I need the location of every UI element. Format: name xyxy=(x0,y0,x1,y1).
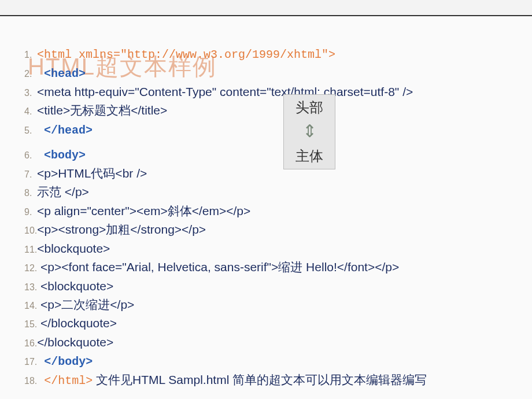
code-token: <p>二次缩进</p> xyxy=(37,298,134,311)
code-token: <p><font face="Arial, Helvetica, sans-se… xyxy=(37,260,399,274)
code-token: </head> xyxy=(37,124,93,137)
code-token: 文件见HTML Sampl.html 简单的超文本可以用文本编辑器编写 xyxy=(93,373,427,386)
code-line: 10.<p><strong>加粗</strong></p> xyxy=(24,221,508,238)
line-number: 18. xyxy=(24,374,37,387)
code-token: <body> xyxy=(37,149,86,162)
code-token: <head> xyxy=(37,67,86,80)
line-number: 14. xyxy=(24,299,37,312)
code-token: 示范 </p> xyxy=(37,185,89,198)
line-number: 3. xyxy=(24,86,37,99)
code-line: 4.<title>无标题文档</title> xyxy=(24,102,508,119)
code-token: <html xmlns="http://www.w3.org/1999/xhtm… xyxy=(37,48,335,61)
code-line: 9.<p align="center"><em>斜体</em></p> xyxy=(24,202,508,220)
line-number: 7. xyxy=(24,168,37,181)
code-line: 18. </html> 文件见HTML Sampl.html 简单的超文本可以用… xyxy=(24,371,508,389)
code-line: 5. </head> xyxy=(24,121,508,139)
code-token: </body> xyxy=(37,355,93,368)
line-number: 9. xyxy=(24,205,37,219)
code-line: 6. <body> xyxy=(24,146,508,164)
line-number: 8. xyxy=(24,186,37,200)
code-token: <blockquote> xyxy=(37,279,113,293)
code-line: 16.</blockquote> xyxy=(24,334,508,351)
code-line: 12. <p><font face="Arial, Helvetica, san… xyxy=(24,258,508,276)
line-number: 15. xyxy=(24,317,37,331)
code-token: </blockquote> xyxy=(37,316,117,330)
code-line: 17. </body> xyxy=(24,352,508,370)
code-line: 2. <head> xyxy=(24,64,508,82)
line-number: 12. xyxy=(24,261,37,275)
line-number: 13. xyxy=(24,280,37,294)
code-line: 15. </blockquote> xyxy=(24,315,508,332)
head-body-callout: 头部 ⇕ 主体 xyxy=(283,94,335,169)
line-number: 11. xyxy=(24,243,37,256)
double-arrow-icon: ⇕ xyxy=(284,120,335,143)
code-line: 3.<meta http-equiv="Content-Type" conten… xyxy=(24,83,508,101)
line-number: 1. xyxy=(24,48,37,61)
line-number: 5. xyxy=(24,124,37,137)
code-token: <blockquote> xyxy=(37,242,110,255)
line-number: 2. xyxy=(24,67,37,80)
code-token: </blockquote> xyxy=(37,335,113,349)
callout-head-label: 头部 xyxy=(284,95,335,120)
line-number: 4. xyxy=(24,105,37,118)
code-token: <p align="center"><em>斜体</em></p> xyxy=(37,204,250,217)
code-token: <meta http-equiv="Content-Type" content=… xyxy=(37,85,413,98)
code-token: <p>HTML代码<br /> xyxy=(37,167,147,180)
line-number: 10. xyxy=(24,224,37,237)
code-line: 11.<blockquote> xyxy=(24,240,508,257)
code-token: <p><strong>加粗</strong></p> xyxy=(37,223,206,236)
code-line: 14. <p>二次缩进</p> xyxy=(24,296,508,313)
callout-body-label: 主体 xyxy=(284,143,335,169)
line-number: 17. xyxy=(24,355,37,368)
code-line: 8.示范 </p> xyxy=(24,183,508,201)
blank-line xyxy=(24,140,508,146)
code-listing: 1.<html xmlns="http://www.w3.org/1999/xh… xyxy=(24,45,508,389)
slide-topbar xyxy=(0,0,532,16)
code-token: </html> xyxy=(37,374,93,387)
code-line: 13. <blockquote> xyxy=(24,278,508,295)
line-number: 6. xyxy=(24,149,37,162)
code-line: 1.<html xmlns="http://www.w3.org/1999/xh… xyxy=(24,45,508,63)
line-number: 16. xyxy=(24,337,37,350)
code-line: 7.<p>HTML代码<br /> xyxy=(24,165,508,182)
code-token: <title>无标题文档</title> xyxy=(37,104,167,117)
slide-content: HTML超文本样例 头部 ⇕ 主体 1.<html xmlns="http://… xyxy=(0,16,532,396)
